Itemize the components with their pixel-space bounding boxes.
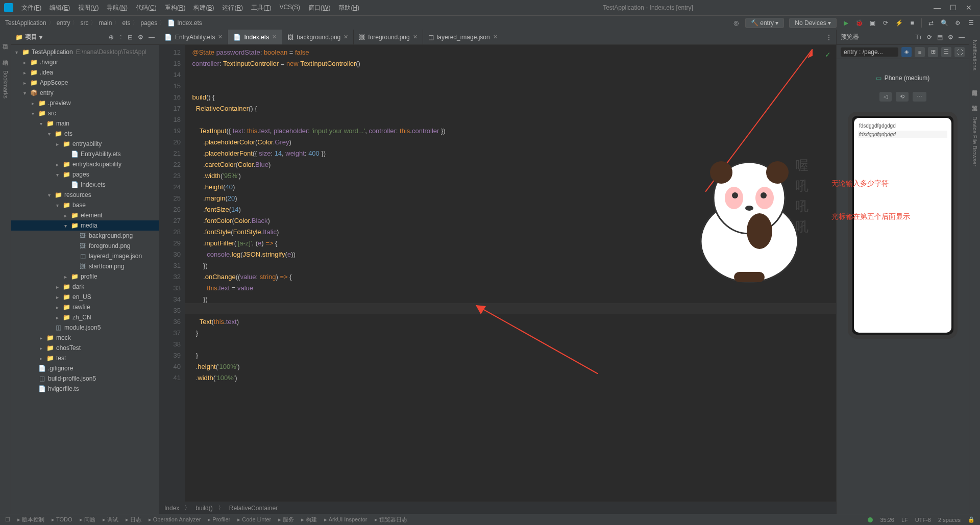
- debug-icon[interactable]: 🐞: [855, 19, 863, 27]
- status-indicator[interactable]: [868, 517, 873, 522]
- status-LF[interactable]: LF: [901, 517, 908, 523]
- tabs-more-icon[interactable]: ⋮: [822, 34, 836, 41]
- status-Code Linter[interactable]: ▸ Code Linter: [237, 516, 271, 523]
- line-number[interactable]: 16: [159, 92, 181, 103]
- close-icon[interactable]: ✕: [218, 34, 223, 40]
- tab-background.png[interactable]: 🖼background.png✕: [282, 30, 354, 44]
- tab-Index.ets[interactable]: 📄Index.ets✕: [228, 30, 282, 44]
- line-number[interactable]: 33: [159, 283, 181, 294]
- line-number[interactable]: 32: [159, 271, 181, 283]
- line-number[interactable]: 17: [159, 103, 181, 114]
- tree-item-.preview[interactable]: ▸📁.preview: [11, 98, 159, 108]
- tree-arrow[interactable]: ▾: [48, 131, 54, 137]
- breadcrumb-item[interactable]: src: [80, 19, 88, 27]
- coverage-icon[interactable]: ▣: [868, 19, 876, 27]
- menu-文件[interactable]: 文件(F): [18, 3, 44, 13]
- tree-item-mock[interactable]: ▸📁mock: [11, 333, 159, 343]
- stop-icon[interactable]: ■: [908, 19, 916, 27]
- line-number[interactable]: 24: [159, 182, 181, 193]
- line-number[interactable]: 15: [159, 81, 181, 92]
- tool-Notifications[interactable]: Notifications: [972, 40, 978, 70]
- preview-list-icon[interactable]: ☰: [941, 47, 951, 57]
- breadcrumb-item[interactable]: TestApplication: [5, 19, 46, 27]
- status-预览器日志[interactable]: ▸ 预览器日志: [375, 516, 407, 523]
- tree-item-TestApplication[interactable]: ▾📁TestApplicationE:\nana\Desktop\TestApp…: [11, 47, 159, 57]
- maximize-icon[interactable]: ☐: [950, 4, 957, 12]
- tree-item-src[interactable]: ▾📁src: [11, 108, 159, 118]
- line-number[interactable]: 21: [159, 148, 181, 159]
- tree-arrow[interactable]: ▸: [56, 284, 62, 290]
- line-number[interactable]: 41: [159, 372, 181, 384]
- tree-arrow[interactable]: ▸: [32, 101, 38, 106]
- code-area[interactable]: 💡 ✓ @State passwordState: boolean = fals…: [185, 45, 836, 502]
- menu-帮助[interactable]: 帮助(H): [335, 3, 362, 13]
- line-number[interactable]: 31: [159, 260, 181, 271]
- status-2 spaces[interactable]: 2 spaces: [938, 517, 961, 523]
- breadcrumb-item[interactable]: entry: [57, 19, 70, 27]
- menu-重构[interactable]: 重构(R): [162, 3, 189, 13]
- code-breadcrumb-item[interactable]: Index: [164, 505, 179, 512]
- attach-icon[interactable]: ⚡: [895, 19, 903, 27]
- line-number[interactable]: 19: [159, 126, 181, 137]
- preview-stack-icon[interactable]: ≡: [915, 47, 925, 57]
- breadcrumb-item[interactable]: pages: [140, 19, 157, 27]
- tree-item-startIcon.png[interactable]: 🖼startIcon.png: [11, 261, 159, 271]
- code-breadcrumb[interactable]: Index〉build()〉RelativeContainer: [159, 502, 836, 514]
- tree-arrow[interactable]: ▸: [56, 162, 62, 167]
- toggle-tool-windows-icon[interactable]: ☐: [5, 516, 10, 523]
- line-number[interactable]: 39: [159, 350, 181, 361]
- tree-arrow[interactable]: ▸: [64, 213, 70, 218]
- close-icon[interactable]: ✕: [966, 4, 972, 12]
- tree-arrow[interactable]: ▸: [23, 70, 30, 76]
- tree-item-Index.ets[interactable]: 📄Index.ets: [11, 180, 159, 190]
- line-number[interactable]: 25: [159, 193, 181, 204]
- tree-item-.gitignore[interactable]: 📄.gitignore: [11, 363, 159, 373]
- settings-icon[interactable]: ⚙: [953, 19, 962, 27]
- tab-EntryAbility.ets[interactable]: 📄EntryAbility.ets✕: [159, 30, 228, 44]
- status-版本控制[interactable]: ▸ 版本控制: [17, 516, 44, 523]
- line-number[interactable]: 30: [159, 249, 181, 260]
- tree-arrow[interactable]: ▾: [15, 49, 21, 55]
- menu-代码[interactable]: 代码(C): [133, 3, 160, 13]
- tree-item-main[interactable]: ▾📁main: [11, 118, 159, 129]
- line-number[interactable]: 26: [159, 204, 181, 215]
- module-selector[interactable]: 🔨 entry ▾: [745, 18, 784, 28]
- tree-item-ets[interactable]: ▾📁ets: [11, 129, 159, 139]
- breadcrumb-item[interactable]: ets: [122, 19, 130, 27]
- close-icon[interactable]: ✕: [493, 34, 498, 40]
- hide-icon[interactable]: —: [959, 34, 965, 41]
- status-UTF-8[interactable]: UTF-8: [915, 517, 931, 523]
- menu-导航[interactable]: 导航(N): [104, 3, 131, 13]
- tree-item-.idea[interactable]: ▸📁.idea: [11, 67, 159, 78]
- preview-layers-icon[interactable]: ◈: [901, 47, 912, 57]
- tree-item-pages[interactable]: ▾📁pages: [11, 169, 159, 180]
- tree-item-zh_CN[interactable]: ▸📁zh_CN: [11, 312, 159, 322]
- code-breadcrumb-item[interactable]: build(): [195, 505, 212, 512]
- rotate-icon[interactable]: ⟲: [896, 92, 909, 102]
- status-服务[interactable]: ▸ 服务: [278, 516, 294, 523]
- line-number[interactable]: 18: [159, 114, 181, 126]
- line-number[interactable]: 35: [159, 305, 181, 316]
- tree-arrow[interactable]: ▸: [23, 80, 30, 86]
- line-number[interactable]: 12: [159, 47, 181, 58]
- close-icon[interactable]: ✕: [344, 34, 348, 40]
- sync-icon[interactable]: ⇄: [927, 19, 935, 27]
- tree-arrow[interactable]: ▸: [40, 345, 46, 351]
- tree-item-media[interactable]: ▾📁media: [11, 220, 159, 231]
- tree-item-entrybackupability[interactable]: ▸📁entrybackupability: [11, 159, 159, 169]
- status-TODO[interactable]: ▸ TODO: [52, 516, 72, 523]
- tree-arrow[interactable]: ▾: [56, 172, 62, 178]
- collapse-icon[interactable]: ⊟: [128, 34, 133, 41]
- menu-构建[interactable]: 构建(B): [190, 3, 217, 13]
- tree-arrow[interactable]: ▸: [56, 305, 62, 310]
- avatar-icon[interactable]: ☰: [967, 19, 975, 27]
- tree-arrow[interactable]: ▾: [56, 203, 62, 208]
- more-icon[interactable]: ⋯: [913, 92, 926, 102]
- tree-arrow[interactable]: ▾: [64, 223, 70, 229]
- line-number[interactable]: 28: [159, 227, 181, 238]
- line-number[interactable]: 14: [159, 69, 181, 81]
- profile-icon[interactable]: ⟳: [881, 19, 890, 27]
- settings-icon[interactable]: ⚙: [138, 34, 143, 41]
- tree-arrow[interactable]: ▾: [32, 111, 38, 116]
- phone-screen[interactable]: fdsdggdfgdgdgd fdsdggdfgdgdgd: [854, 118, 951, 333]
